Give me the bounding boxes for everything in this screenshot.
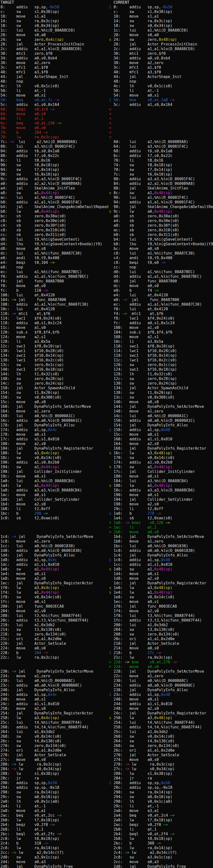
asm-line: 284: ~> lw s0,0x34(sp)	[0, 767, 110, 771]
asm-line: 258: lw a3,0x4c(sp)	[0, 716, 110, 720]
asm-line: 1cc: lui a0,%hi(D_06001830)	[0, 544, 110, 549]
asm-line: 140: move a0,s0	[109, 400, 213, 404]
asm-line: 204: sw t3,0x130(s0)	[109, 627, 213, 632]
asm-line: 274: ori a1,a1,0x2d0e	[0, 748, 110, 753]
asm-line: 14: sw ra,0x3c(sp)	[0, 19, 110, 24]
asm-line: 294: addiu sp,sp,-0x18	[0, 785, 110, 790]
asm-line: cc: nop	[109, 265, 213, 270]
asm-line: 1d0: addiu a0,a0,%lo(D_06001830)	[0, 549, 110, 553]
asm-line	[0, 660, 110, 664]
asm-line: 22c: lw ra,0x3c(sp)	[0, 655, 110, 660]
asm-line: e4: lui at,0x4120	[109, 293, 213, 298]
asm-line: s 16c: lw a3,0x48(sp)	[109, 451, 213, 456]
asm-line: 114: lwc1 $f10,0x28(s0)	[109, 349, 213, 353]
asm-line: b4: jal SkelAnime_ChangeAnimDefaultRepea…	[0, 205, 110, 209]
asm-line: 2b4: beqz v0,2f8 ~>	[0, 823, 110, 827]
asm-line: 50: li at,-1	[0, 89, 110, 93]
asm-line: s 178: sw a1,0x40(sp)	[109, 465, 213, 469]
asm-line: 64: move a0,s0	[0, 112, 110, 116]
asm-line: 160: jal DynaPolyInfo_SetActorMove	[0, 404, 110, 409]
asm-line: 234: move a1,zero	[0, 674, 110, 679]
asm-line: 174: addiu a1,sp,0x4c	[0, 428, 110, 432]
asm-line: d8: move a0,s0	[0, 246, 110, 251]
asm-line: 240: jal DynaPolyInfo_Alloc	[0, 688, 110, 692]
asm-line: 298: sw ra,0x14(sp)	[0, 790, 110, 795]
asm-line: 1a4: lw a1,0x44(sp)	[0, 484, 110, 488]
asm-line: 120: sub.s $f8,$f4,$f6	[0, 330, 110, 335]
asm-line: 98: jal SkelAnime_ChangeAnimDefaultRepea…	[109, 205, 213, 209]
asm-line: > 1a8: ~> bnez v0,220 ~>	[109, 521, 213, 525]
asm-line: c8: sb zero,0x310(s0)	[0, 228, 110, 232]
asm-line: 110: swc1 $f8,0x10(sp)	[109, 344, 213, 349]
asm-line: 260: addiu t4,t4,%lo(func_80A87F44)	[0, 725, 110, 730]
asm-line: 284: jr ra	[109, 776, 213, 781]
current-column[interactable]: CURRENT i 8: addiu sp,sp,-0x50 c: sw s1,…	[109, 0, 213, 868]
asm-line: 2c: addiu a1,a1,%lo(D_80A88CE0)	[0, 47, 110, 51]
asm-line: b0: sb zero,0x311(s0)	[109, 232, 213, 237]
asm-line: 218: sw zero,0x134(s0)	[0, 632, 110, 637]
asm-line: 130: lwc1 $f10,0x28(s0)	[0, 349, 110, 353]
asm-line: 1ec: jal DynaPolyInfo_RegisterActor	[0, 581, 110, 586]
asm-line: e0: b f4 ~>	[109, 288, 213, 293]
asm-line: 298: lh v0,0x1c(a0)	[109, 799, 213, 804]
asm-line: c: sw s1,0x38(sp)	[109, 9, 213, 14]
asm-line	[0, 664, 110, 669]
asm-line: 21c: lw ra,0x3c(sp)	[109, 655, 213, 660]
asm-line: 278: ~> lw ra,0x3c(sp)	[109, 762, 213, 767]
asm-line: 13c: sw v0,0x300(s0)	[109, 395, 213, 400]
asm-line: 264: lui a1,0x3db2	[0, 730, 110, 734]
asm-line: 4c: lh v0,0x1c(s0)	[109, 84, 213, 89]
asm-line: 24: sw zero,0x4c(sp)	[0, 37, 110, 42]
current-header: CURRENT	[109, 0, 213, 5]
asm-line: 294: sw a0,0x18(sp)	[109, 795, 213, 799]
asm-line: 54: move a0,s1	[0, 93, 110, 98]
asm-line: a0: sh zero,0x30a(s0)	[109, 214, 213, 219]
asm-line: 21c: ori a1,a1,0x2d0e	[0, 637, 110, 641]
asm-line: i 1c8: addiu a1,sp,0x48	[109, 558, 213, 562]
asm-line: dc: move a0,s0	[109, 284, 213, 288]
asm-line: i 158: addiu a1,sp,0x48	[109, 428, 213, 432]
asm-line: 170: sw v0,0x14c(s0)	[109, 456, 213, 460]
asm-line: 70: move a0,s0	[0, 126, 110, 130]
asm-line: 20: move s0,a0	[0, 33, 110, 37]
asm-line: 198: move a2,s0	[109, 502, 213, 507]
asm-line: 250: move a2,s0	[0, 706, 110, 711]
asm-line: s 188: lw a1,0x40(sp)	[109, 484, 213, 488]
asm-line: 6c: addiu t7,s0,0x22c	[109, 154, 213, 158]
asm-line: 140: swc1 $f16,0x18(sp)	[0, 367, 110, 372]
asm-line: 22c: move a1,zero	[109, 674, 213, 679]
asm-line: 18c: addiu a3,a3,%lo(D_80A88CB4)	[109, 488, 213, 493]
asm-line: 13c: sw zero,0x1c(sp)	[0, 363, 110, 367]
asm-line: 1b4: jal DynaPolyInfo_SetActorMove	[109, 534, 213, 539]
asm-line	[0, 521, 110, 525]
asm-line: d0: lui a1,%hi(func_80A87BEC)	[109, 270, 213, 274]
asm-line: 15c: move a0,s1	[109, 432, 213, 437]
asm-line: a4: jal SkelAnime_InitFlex	[0, 186, 110, 191]
asm-line: 38: move a2,zero	[0, 61, 110, 65]
asm-line: dc: lui a1,%hi(func_80A87C30)	[0, 251, 110, 256]
asm-line: 48: nop	[0, 79, 110, 84]
asm-line: 3c: mfc1 a1,$f0	[0, 65, 110, 70]
asm-line: 194: sw a1,0x44(sp)	[0, 465, 110, 469]
asm-line: 7c: ~> lui a2,%hi(D_0600B9A8)	[0, 140, 110, 144]
asm-line: 164: move a1,zero	[0, 409, 110, 414]
asm-line: 2a4: li at,-1	[0, 804, 110, 809]
asm-line: 8: addiu sp,sp,-0x58	[0, 5, 110, 9]
asm-line: 1c0: sb t2,0xae(s0)	[0, 516, 110, 521]
asm-line: 11c: move a1,s0	[0, 326, 110, 330]
asm-line: 228: b 284 ~>	[0, 651, 110, 655]
asm-line: bc: sh zero,0x30a(s0)	[0, 214, 110, 219]
asm-line: 80: addiu a3,a3,%lo(D_06001F4C)	[109, 177, 213, 181]
asm-line: 2b8: lw t8,0x18(sp)	[109, 836, 213, 841]
target-column[interactable]: TARGET 8: addiu sp,sp,-0x58c: sw s1,0x38…	[0, 0, 110, 868]
asm-line: 280: lw s1,0x38(sp)	[109, 771, 213, 776]
asm-line: 44: jal ActorShape_Init	[109, 74, 213, 79]
asm-line: 180: move a0,s1	[109, 474, 213, 479]
asm-line: a4: sb zero,0x30e(s0)	[109, 219, 213, 223]
asm-line: 2b0: lw t7,0x18(sp)	[0, 818, 110, 823]
asm-line: 124: move a2,s1	[0, 335, 110, 339]
asm-line: 1c: lui a1,%hi(D_80A88CE0)	[0, 28, 110, 33]
asm-line: 270: jal Actor_SetScale	[109, 753, 213, 757]
asm-line: 128: li a3,0x5a	[0, 339, 110, 344]
asm-line: 9c: addiu a3,a3,%lo(D_06001F4C)	[0, 177, 110, 181]
